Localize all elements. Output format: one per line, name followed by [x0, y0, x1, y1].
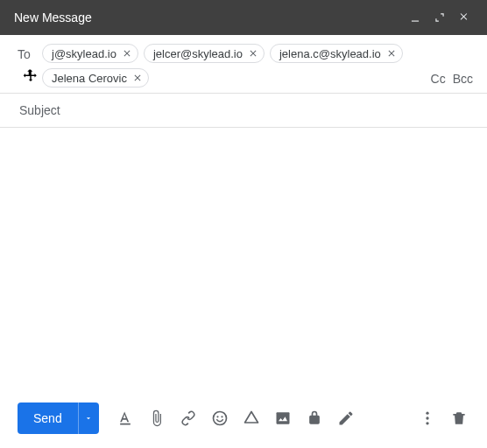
close-icon [122, 48, 132, 59]
recipient-chip[interactable]: jelcer@skylead.io [144, 44, 265, 63]
compose-toolbar: Send [0, 392, 487, 448]
chevron-down-icon [84, 414, 93, 423]
close-icon [248, 48, 258, 59]
cc-bcc-toggle: Cc Bcc [431, 49, 473, 88]
chip-remove-button[interactable] [131, 71, 145, 85]
recipient-chip-label: j@skylead.io [52, 47, 116, 60]
link-icon [180, 410, 197, 427]
trash-icon [450, 410, 468, 427]
drive-icon [243, 410, 260, 427]
insert-link-button[interactable] [174, 404, 202, 432]
titlebar: New Message [0, 0, 487, 35]
recipients-row: To j@skylead.io jelcer@skylead.io jelena… [0, 35, 487, 94]
formatting-button[interactable] [111, 404, 139, 432]
more-vertical-icon [419, 410, 436, 427]
close-icon [458, 11, 470, 24]
svg-point-0 [213, 412, 226, 425]
to-label: To [18, 44, 42, 61]
insert-signature-button[interactable] [332, 404, 360, 432]
svg-point-1 [216, 416, 218, 417]
chip-remove-button[interactable] [120, 46, 134, 60]
insert-photo-button[interactable] [269, 404, 297, 432]
close-icon [386, 48, 397, 59]
image-icon [274, 410, 292, 427]
message-body[interactable] [0, 128, 487, 392]
close-button[interactable] [452, 5, 476, 30]
window-title: New Message [14, 10, 403, 24]
minimize-button[interactable] [403, 5, 427, 30]
discard-draft-button[interactable] [445, 404, 473, 432]
fullscreen-button[interactable] [427, 5, 452, 30]
svg-rect-3 [276, 412, 289, 424]
attach-button[interactable] [143, 404, 171, 432]
recipient-chip-label: Jelena Cerovic [52, 72, 127, 85]
confidential-mode-button[interactable] [300, 404, 328, 432]
recipient-chip-label: jelcer@skylead.io [153, 47, 243, 60]
svg-point-6 [426, 422, 428, 424]
recipient-chips[interactable]: j@skylead.io jelcer@skylead.io jelena.c@… [42, 44, 431, 88]
subject-input[interactable] [18, 102, 473, 118]
recipient-chip-label: jelena.c@skylead.io [279, 47, 381, 60]
recipient-chip[interactable]: j@skylead.io [42, 44, 138, 63]
insert-drive-button[interactable] [237, 404, 265, 432]
send-group: Send [18, 402, 99, 434]
chip-remove-button[interactable] [246, 46, 260, 60]
compose-window: New Message To j@skylead.io jelcer@skyle… [0, 0, 487, 448]
send-button[interactable]: Send [18, 402, 78, 434]
recipient-chip[interactable]: Jelena Cerovic [42, 68, 149, 88]
pen-icon [337, 410, 355, 427]
subject-row [0, 94, 487, 128]
more-options-button[interactable] [413, 404, 441, 432]
svg-point-2 [221, 416, 222, 417]
expand-icon [434, 11, 446, 24]
recipient-chip[interactable]: jelena.c@skylead.io [270, 44, 403, 63]
svg-point-4 [426, 412, 428, 415]
svg-point-5 [426, 416, 428, 419]
minimize-icon [409, 11, 421, 24]
insert-emoji-button[interactable] [206, 404, 234, 432]
close-icon [132, 73, 143, 83]
bcc-button[interactable]: Bcc [453, 72, 473, 86]
attachment-icon [148, 410, 166, 427]
cc-button[interactable]: Cc [431, 72, 446, 86]
text-format-icon [116, 410, 134, 427]
send-options-button[interactable] [78, 402, 99, 434]
chip-remove-button[interactable] [385, 46, 399, 60]
emoji-icon [211, 410, 229, 427]
lock-clock-icon [306, 410, 323, 427]
